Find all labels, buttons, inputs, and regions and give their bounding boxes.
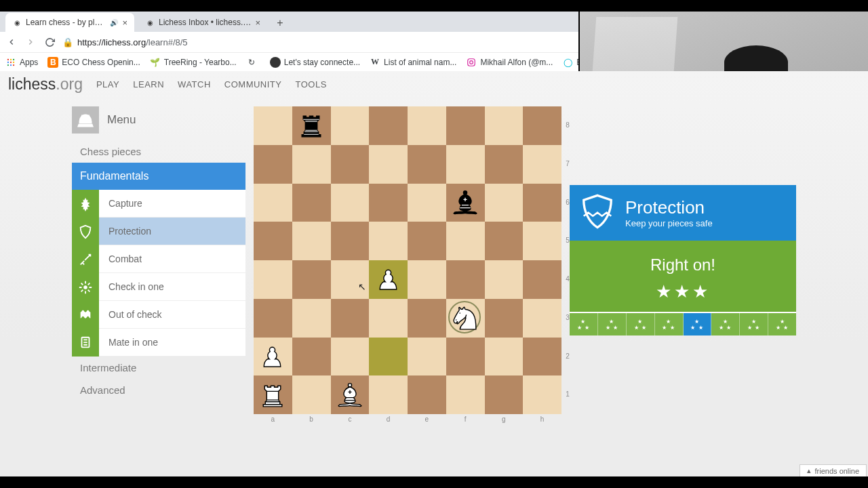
square-f2[interactable] <box>446 338 485 376</box>
square-c4[interactable] <box>331 260 370 299</box>
square-a6[interactable] <box>254 184 292 222</box>
square-a1[interactable] <box>254 375 292 414</box>
lesson-item-out-of-check[interactable]: Out of check <box>72 301 245 329</box>
reload-button[interactable] <box>43 36 56 48</box>
square-a7[interactable] <box>254 145 292 184</box>
bookmark-item[interactable]: Mikhail Alfon (@m... <box>466 57 553 68</box>
square-a2[interactable] <box>254 338 292 376</box>
square-a8[interactable] <box>254 106 292 145</box>
category-advanced[interactable]: Advanced <box>72 379 245 401</box>
square-d1[interactable] <box>369 375 408 414</box>
square-c6[interactable] <box>331 184 370 222</box>
progress-step-5[interactable]: ★★ ★ <box>684 313 712 336</box>
square-b2[interactable] <box>292 338 331 376</box>
back-button[interactable] <box>5 36 18 48</box>
apps-button[interactable]: Apps <box>5 57 38 68</box>
progress-step-1[interactable]: ★★ ★ <box>570 313 598 336</box>
menu-header[interactable]: Menu <box>72 106 245 134</box>
friends-online[interactable]: ▴ friends online <box>800 464 867 476</box>
lesson-item-combat[interactable]: Combat <box>72 245 245 273</box>
lesson-item-mate-in-one[interactable]: Mate in one <box>72 329 245 357</box>
square-h8[interactable] <box>523 106 561 145</box>
square-f5[interactable] <box>446 222 485 260</box>
square-h1[interactable] <box>523 375 561 414</box>
square-e6[interactable] <box>408 184 446 222</box>
category-intermediate[interactable]: Intermediate <box>72 357 245 379</box>
square-e1[interactable] <box>408 375 446 414</box>
square-a3[interactable] <box>254 299 292 338</box>
progress-step-3[interactable]: ★★ ★ <box>627 313 655 336</box>
browser-tab[interactable]: ◉ Lichess Inbox • lichess.org × <box>138 13 267 32</box>
square-h5[interactable] <box>523 222 561 260</box>
category-fundamentals[interactable]: Fundamentals <box>72 163 245 190</box>
lesson-item-check-in-one[interactable]: Check in one <box>72 273 245 301</box>
square-e3[interactable] <box>408 299 446 338</box>
square-f4[interactable] <box>446 260 485 299</box>
nav-watch[interactable]: WATCH <box>178 79 211 89</box>
square-f6[interactable] <box>446 184 485 222</box>
square-h4[interactable] <box>523 260 561 299</box>
square-g2[interactable] <box>485 338 524 376</box>
square-a5[interactable] <box>254 222 292 260</box>
square-d4[interactable] <box>369 260 408 299</box>
progress-step-2[interactable]: ★★ ★ <box>598 313 627 336</box>
square-g6[interactable] <box>485 184 524 222</box>
audio-icon[interactable]: 🔊 <box>110 19 118 26</box>
square-b1[interactable] <box>292 375 331 414</box>
close-icon[interactable]: × <box>122 18 127 28</box>
square-d7[interactable] <box>369 145 408 184</box>
square-d6[interactable] <box>369 184 408 222</box>
square-g3[interactable] <box>485 299 524 338</box>
bookmark-item[interactable]: Let's stay connecte... <box>270 57 360 68</box>
square-g5[interactable] <box>485 222 524 260</box>
bookmark-item[interactable]: BECO Chess Openin... <box>47 57 140 68</box>
square-h7[interactable] <box>523 145 561 184</box>
bookmark-item[interactable]: WList of animal nam... <box>370 57 456 68</box>
square-f8[interactable] <box>446 106 485 145</box>
nav-learn[interactable]: LEARN <box>133 79 164 89</box>
square-e5[interactable] <box>408 222 446 260</box>
square-g4[interactable] <box>485 260 524 299</box>
progress-step-4[interactable]: ★★ ★ <box>655 313 684 336</box>
close-icon[interactable]: × <box>255 18 260 28</box>
square-b3[interactable] <box>292 299 331 338</box>
lesson-item-protection[interactable]: Protection <box>72 218 245 245</box>
nav-play[interactable]: PLAY <box>96 79 119 89</box>
square-b8[interactable] <box>292 106 331 145</box>
nav-community[interactable]: COMMUNITY <box>224 79 282 89</box>
square-b5[interactable] <box>292 222 331 260</box>
square-c3[interactable] <box>331 299 370 338</box>
category-chess-pieces[interactable]: Chess pieces <box>72 140 245 163</box>
square-a4[interactable] <box>254 260 292 299</box>
square-h2[interactable] <box>523 338 561 376</box>
square-h6[interactable] <box>523 184 561 222</box>
square-e2[interactable] <box>408 338 446 376</box>
square-f1[interactable] <box>446 375 485 414</box>
square-g7[interactable] <box>485 145 524 184</box>
square-d3[interactable] <box>369 299 408 338</box>
square-c7[interactable] <box>331 145 370 184</box>
brand-logo[interactable]: lichess.org <box>8 75 83 94</box>
square-g1[interactable] <box>485 375 524 414</box>
square-d5[interactable] <box>369 222 408 260</box>
forward-button[interactable] <box>24 36 37 48</box>
square-b7[interactable] <box>292 145 331 184</box>
bookmark-item[interactable]: 🌱TreeRing - Yearbo... <box>150 57 237 68</box>
square-c1[interactable] <box>331 375 370 414</box>
square-e7[interactable] <box>408 145 446 184</box>
browser-tab-active[interactable]: ◉ Learn chess - by playing! • 🔊 × <box>5 13 134 32</box>
progress-step-7[interactable]: ★★ ★ <box>740 313 768 336</box>
square-d2[interactable] <box>369 338 408 376</box>
square-b4[interactable] <box>292 260 331 299</box>
square-d8[interactable] <box>369 106 408 145</box>
lesson-item-capture[interactable]: Capture <box>72 190 245 218</box>
square-h3[interactable] <box>523 299 561 338</box>
square-f7[interactable] <box>446 145 485 184</box>
chessboard[interactable]: 87654321abcdefgh <box>254 106 561 414</box>
square-c8[interactable] <box>331 106 370 145</box>
new-tab-button[interactable]: + <box>271 14 289 32</box>
square-e8[interactable] <box>408 106 446 145</box>
bookmark-item[interactable]: ↻ <box>246 57 260 68</box>
square-g8[interactable] <box>485 106 524 145</box>
progress-step-8[interactable]: ★★ ★ <box>768 313 796 336</box>
